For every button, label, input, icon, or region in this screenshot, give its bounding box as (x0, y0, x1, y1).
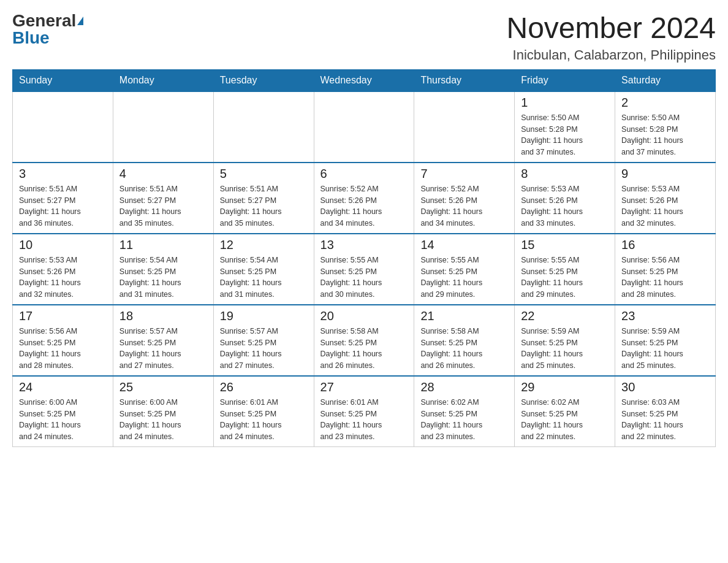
day-info: Sunrise: 5:53 AMSunset: 5:26 PMDaylight:… (521, 183, 609, 229)
calendar-cell: 29Sunrise: 6:02 AMSunset: 5:25 PMDayligh… (515, 376, 615, 447)
day-number: 28 (420, 380, 508, 394)
day-info: Sunrise: 5:52 AMSunset: 5:26 PMDaylight:… (320, 183, 408, 229)
calendar-header-monday: Monday (113, 69, 213, 91)
calendar-cell: 9Sunrise: 5:53 AMSunset: 5:26 PMDaylight… (615, 163, 716, 234)
day-info: Sunrise: 5:53 AMSunset: 5:26 PMDaylight:… (19, 255, 107, 301)
day-info: Sunrise: 5:58 AMSunset: 5:25 PMDaylight:… (320, 326, 408, 372)
day-number: 24 (19, 380, 107, 394)
day-number: 1 (521, 96, 609, 110)
calendar-cell (113, 91, 213, 163)
day-info: Sunrise: 5:54 AMSunset: 5:25 PMDaylight:… (119, 255, 207, 301)
day-number: 11 (119, 238, 207, 252)
week-row-5: 24Sunrise: 6:00 AMSunset: 5:25 PMDayligh… (13, 376, 716, 447)
logo: General Blue (12, 12, 83, 47)
calendar-cell: 19Sunrise: 5:57 AMSunset: 5:25 PMDayligh… (213, 305, 314, 376)
day-info: Sunrise: 5:53 AMSunset: 5:26 PMDaylight:… (621, 183, 709, 229)
day-info: Sunrise: 5:56 AMSunset: 5:25 PMDaylight:… (19, 326, 107, 372)
title-section: November 2024 Inicbulan, Calabarzon, Phi… (506, 12, 716, 63)
calendar-cell: 1Sunrise: 5:50 AMSunset: 5:28 PMDaylight… (515, 91, 615, 163)
day-info: Sunrise: 6:02 AMSunset: 5:25 PMDaylight:… (420, 397, 508, 443)
calendar-header-sunday: Sunday (13, 69, 113, 91)
calendar-cell: 6Sunrise: 5:52 AMSunset: 5:26 PMDaylight… (314, 163, 414, 234)
calendar-header-tuesday: Tuesday (213, 69, 314, 91)
logo-blue: Blue (12, 28, 50, 47)
calendar-header-thursday: Thursday (414, 69, 515, 91)
calendar-header-friday: Friday (515, 69, 615, 91)
calendar-cell (213, 91, 314, 163)
day-info: Sunrise: 5:52 AMSunset: 5:26 PMDaylight:… (420, 183, 508, 229)
logo-general: General (12, 12, 76, 29)
day-number: 25 (119, 380, 207, 394)
calendar-cell: 4Sunrise: 5:51 AMSunset: 5:27 PMDaylight… (113, 163, 213, 234)
day-number: 19 (220, 309, 308, 323)
calendar-cell: 10Sunrise: 5:53 AMSunset: 5:26 PMDayligh… (13, 234, 113, 305)
week-row-1: 1Sunrise: 5:50 AMSunset: 5:28 PMDaylight… (13, 91, 716, 163)
day-info: Sunrise: 5:56 AMSunset: 5:25 PMDaylight:… (621, 255, 709, 301)
calendar-cell (414, 91, 515, 163)
day-info: Sunrise: 6:00 AMSunset: 5:25 PMDaylight:… (119, 397, 207, 443)
calendar-header-saturday: Saturday (615, 69, 716, 91)
day-number: 3 (19, 167, 107, 181)
day-info: Sunrise: 5:57 AMSunset: 5:25 PMDaylight:… (119, 326, 207, 372)
calendar-cell: 24Sunrise: 6:00 AMSunset: 5:25 PMDayligh… (13, 376, 113, 447)
logo-triangle-icon (77, 17, 83, 25)
day-number: 9 (621, 167, 709, 181)
week-row-2: 3Sunrise: 5:51 AMSunset: 5:27 PMDaylight… (13, 163, 716, 234)
calendar-cell: 8Sunrise: 5:53 AMSunset: 5:26 PMDaylight… (515, 163, 615, 234)
day-number: 16 (621, 238, 709, 252)
day-number: 26 (220, 380, 308, 394)
day-info: Sunrise: 5:59 AMSunset: 5:25 PMDaylight:… (621, 326, 709, 372)
page-header: General Blue November 2024 Inicbulan, Ca… (12, 12, 716, 63)
day-number: 22 (521, 309, 609, 323)
day-info: Sunrise: 5:55 AMSunset: 5:25 PMDaylight:… (521, 255, 609, 301)
calendar-cell: 13Sunrise: 5:55 AMSunset: 5:25 PMDayligh… (314, 234, 414, 305)
day-info: Sunrise: 6:03 AMSunset: 5:25 PMDaylight:… (621, 397, 709, 443)
calendar-table: SundayMondayTuesdayWednesdayThursdayFrid… (12, 69, 716, 447)
day-number: 14 (420, 238, 508, 252)
calendar-cell: 22Sunrise: 5:59 AMSunset: 5:25 PMDayligh… (515, 305, 615, 376)
week-row-3: 10Sunrise: 5:53 AMSunset: 5:26 PMDayligh… (13, 234, 716, 305)
day-number: 4 (119, 167, 207, 181)
day-info: Sunrise: 5:51 AMSunset: 5:27 PMDaylight:… (19, 183, 107, 229)
calendar-cell (314, 91, 414, 163)
day-number: 21 (420, 309, 508, 323)
day-info: Sunrise: 6:01 AMSunset: 5:25 PMDaylight:… (220, 397, 308, 443)
calendar-cell: 11Sunrise: 5:54 AMSunset: 5:25 PMDayligh… (113, 234, 213, 305)
day-number: 17 (19, 309, 107, 323)
calendar-cell: 15Sunrise: 5:55 AMSunset: 5:25 PMDayligh… (515, 234, 615, 305)
calendar-header-row: SundayMondayTuesdayWednesdayThursdayFrid… (13, 69, 716, 91)
calendar-cell: 23Sunrise: 5:59 AMSunset: 5:25 PMDayligh… (615, 305, 716, 376)
day-number: 30 (621, 380, 709, 394)
month-title: November 2024 (506, 12, 716, 45)
calendar-cell: 28Sunrise: 6:02 AMSunset: 5:25 PMDayligh… (414, 376, 515, 447)
day-number: 18 (119, 309, 207, 323)
day-number: 23 (621, 309, 709, 323)
day-number: 7 (420, 167, 508, 181)
calendar-cell: 2Sunrise: 5:50 AMSunset: 5:28 PMDaylight… (615, 91, 716, 163)
day-info: Sunrise: 5:55 AMSunset: 5:25 PMDaylight:… (420, 255, 508, 301)
day-info: Sunrise: 5:50 AMSunset: 5:28 PMDaylight:… (621, 112, 709, 158)
day-number: 13 (320, 238, 408, 252)
week-row-4: 17Sunrise: 5:56 AMSunset: 5:25 PMDayligh… (13, 305, 716, 376)
day-info: Sunrise: 6:01 AMSunset: 5:25 PMDaylight:… (320, 397, 408, 443)
calendar-cell (13, 91, 113, 163)
day-number: 29 (521, 380, 609, 394)
day-info: Sunrise: 5:54 AMSunset: 5:25 PMDaylight:… (220, 255, 308, 301)
calendar-cell: 12Sunrise: 5:54 AMSunset: 5:25 PMDayligh… (213, 234, 314, 305)
calendar-cell: 21Sunrise: 5:58 AMSunset: 5:25 PMDayligh… (414, 305, 515, 376)
day-info: Sunrise: 5:51 AMSunset: 5:27 PMDaylight:… (119, 183, 207, 229)
calendar-cell: 7Sunrise: 5:52 AMSunset: 5:26 PMDaylight… (414, 163, 515, 234)
calendar-cell: 18Sunrise: 5:57 AMSunset: 5:25 PMDayligh… (113, 305, 213, 376)
day-number: 15 (521, 238, 609, 252)
calendar-cell: 14Sunrise: 5:55 AMSunset: 5:25 PMDayligh… (414, 234, 515, 305)
day-info: Sunrise: 5:59 AMSunset: 5:25 PMDaylight:… (521, 326, 609, 372)
calendar-cell: 25Sunrise: 6:00 AMSunset: 5:25 PMDayligh… (113, 376, 213, 447)
day-number: 10 (19, 238, 107, 252)
calendar-cell: 27Sunrise: 6:01 AMSunset: 5:25 PMDayligh… (314, 376, 414, 447)
day-info: Sunrise: 6:00 AMSunset: 5:25 PMDaylight:… (19, 397, 107, 443)
day-number: 20 (320, 309, 408, 323)
location-title: Inicbulan, Calabarzon, Philippines (506, 47, 716, 63)
calendar-header-wednesday: Wednesday (314, 69, 414, 91)
calendar-cell: 16Sunrise: 5:56 AMSunset: 5:25 PMDayligh… (615, 234, 716, 305)
day-info: Sunrise: 5:51 AMSunset: 5:27 PMDaylight:… (220, 183, 308, 229)
